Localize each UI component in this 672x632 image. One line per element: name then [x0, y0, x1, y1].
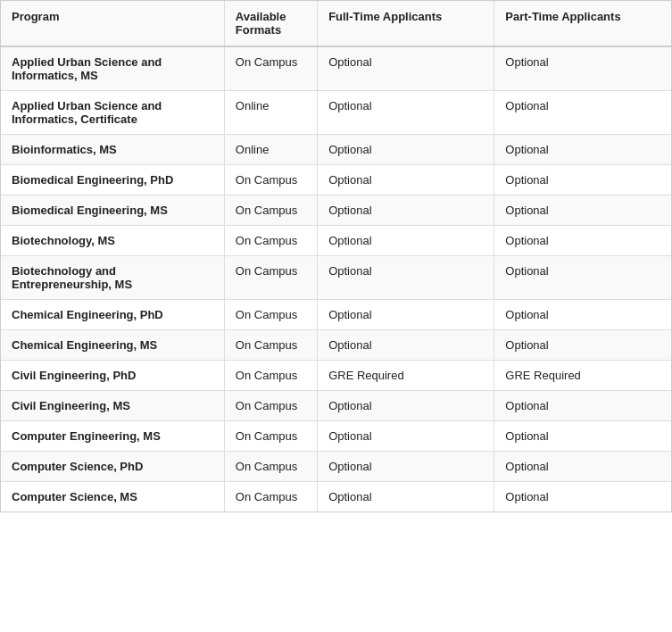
table-row: Biotechnology and Entrepreneurship, MSOn… [1, 256, 671, 300]
cell-fulltime: Optional [318, 195, 494, 226]
cell-formats: On Campus [224, 46, 317, 91]
cell-program: Biotechnology and Entrepreneurship, MS [1, 256, 224, 300]
table-row: Biomedical Engineering, MSOn CampusOptio… [1, 195, 671, 226]
cell-parttime: Optional [494, 135, 671, 165]
cell-formats: On Campus [224, 165, 317, 195]
cell-formats: On Campus [224, 421, 317, 452]
cell-fulltime: Optional [318, 452, 494, 482]
cell-formats: On Campus [224, 361, 317, 391]
cell-formats: On Campus [224, 391, 317, 421]
cell-program: Applied Urban Science and Informatics, M… [1, 46, 224, 91]
cell-fulltime: Optional [318, 91, 494, 135]
cell-program: Chemical Engineering, MS [1, 330, 224, 361]
table-row: Civil Engineering, PhDOn CampusGRE Requi… [1, 361, 671, 391]
table-row: Chemical Engineering, MSOn CampusOptiona… [1, 330, 671, 361]
cell-program: Applied Urban Science and Informatics, C… [1, 91, 224, 135]
cell-program: Chemical Engineering, PhD [1, 300, 224, 330]
cell-program: Computer Science, PhD [1, 452, 224, 482]
table-row: Applied Urban Science and Informatics, M… [1, 46, 671, 91]
cell-parttime: Optional [494, 195, 671, 226]
cell-program: Civil Engineering, PhD [1, 361, 224, 391]
programs-table: Program Available Formats Full-Time Appl… [0, 0, 672, 512]
cell-fulltime: Optional [318, 300, 494, 330]
cell-program: Civil Engineering, MS [1, 391, 224, 421]
header-program: Program [1, 1, 224, 46]
table-row: Biomedical Engineering, PhDOn CampusOpti… [1, 165, 671, 195]
cell-formats: On Campus [224, 256, 317, 300]
table-row: Applied Urban Science and Informatics, C… [1, 91, 671, 135]
cell-fulltime: Optional [318, 391, 494, 421]
cell-parttime: Optional [494, 91, 671, 135]
table-row: Civil Engineering, MSOn CampusOptionalOp… [1, 391, 671, 421]
cell-formats: On Campus [224, 330, 317, 361]
cell-parttime: Optional [494, 330, 671, 361]
cell-formats: Online [224, 135, 317, 165]
cell-fulltime: Optional [318, 482, 494, 512]
cell-formats: On Campus [224, 482, 317, 512]
cell-fulltime: Optional [318, 226, 494, 256]
cell-formats: On Campus [224, 195, 317, 226]
table-row: Bioinformatics, MSOnlineOptionalOptional [1, 135, 671, 165]
cell-fulltime: GRE Required [318, 361, 494, 391]
cell-parttime: Optional [494, 452, 671, 482]
cell-program: Bioinformatics, MS [1, 135, 224, 165]
table-row: Computer Science, PhDOn CampusOptionalOp… [1, 452, 671, 482]
cell-program: Biomedical Engineering, PhD [1, 165, 224, 195]
header-parttime: Part-Time Applicants [494, 1, 671, 46]
cell-parttime: Optional [494, 46, 671, 91]
cell-fulltime: Optional [318, 135, 494, 165]
cell-parttime: Optional [494, 226, 671, 256]
cell-fulltime: Optional [318, 330, 494, 361]
table-row: Computer Science, MSOn CampusOptionalOpt… [1, 482, 671, 512]
cell-parttime: Optional [494, 256, 671, 300]
cell-fulltime: Optional [318, 256, 494, 300]
cell-formats: On Campus [224, 226, 317, 256]
cell-program: Biotechnology, MS [1, 226, 224, 256]
table-row: Chemical Engineering, PhDOn CampusOption… [1, 300, 671, 330]
cell-parttime: Optional [494, 421, 671, 452]
cell-program: Biomedical Engineering, MS [1, 195, 224, 226]
header-formats: Available Formats [224, 1, 317, 46]
cell-parttime: Optional [494, 391, 671, 421]
cell-formats: On Campus [224, 452, 317, 482]
cell-fulltime: Optional [318, 46, 494, 91]
cell-program: Computer Engineering, MS [1, 421, 224, 452]
cell-parttime: GRE Required [494, 361, 671, 391]
cell-fulltime: Optional [318, 165, 494, 195]
cell-formats: Online [224, 91, 317, 135]
cell-fulltime: Optional [318, 421, 494, 452]
cell-formats: On Campus [224, 300, 317, 330]
table-row: Biotechnology, MSOn CampusOptionalOption… [1, 226, 671, 256]
cell-parttime: Optional [494, 165, 671, 195]
cell-parttime: Optional [494, 300, 671, 330]
header-fulltime: Full-Time Applicants [318, 1, 494, 46]
table-row: Computer Engineering, MSOn CampusOptiona… [1, 421, 671, 452]
table-header-row: Program Available Formats Full-Time Appl… [1, 1, 671, 46]
cell-program: Computer Science, MS [1, 482, 224, 512]
cell-parttime: Optional [494, 482, 671, 512]
